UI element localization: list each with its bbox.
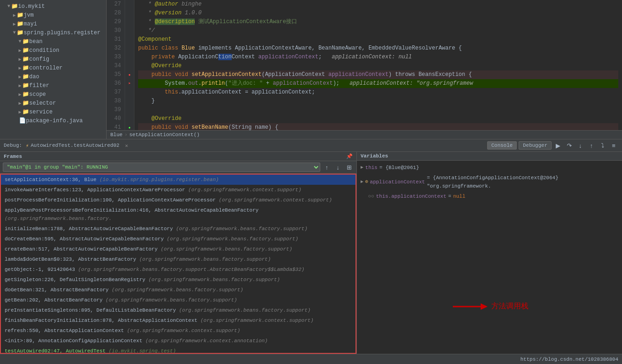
var-name-this-appctx: this.applicationContext [376,192,446,201]
folder-icon: 📁 [22,38,29,45]
frame-item-1[interactable]: invokeAwareInterfaces:123, ApplicationCo… [1,185,355,195]
frame-item-9[interactable]: getSingleton:226, DefaultSingletonBeanRe… [1,275,355,285]
thread-selector[interactable]: "main"@1 in group "main": RUNNING [3,163,320,172]
frame-item-0[interactable]: setApplicationContext:36, Blue (io.mykit… [1,175,355,185]
sidebar-item-scope[interactable]: ▶ 📁 scope [0,90,106,99]
sidebar-item-selector[interactable]: ▶ 📁 selector [0,99,106,107]
frame-method-4: initializeBean:1788, AbstractAutowireCap… [5,226,176,232]
frame-class-11: (org.springframework.beans.factory.suppo… [106,297,237,303]
code-line-36: System.out.println("进入doc: " + applicati… [138,79,618,88]
frame-item-8[interactable]: getObject:-1, 921420643 (org.springframe… [1,264,355,275]
code-line-33: private ApplicationCtionContext applicat… [138,53,618,62]
frame-item-14[interactable]: refresh:550, AbstractApplicationContext … [1,326,355,336]
code-line-39 [138,106,618,114]
circle-icon: ○○ [368,192,374,201]
sidebar-item-condition[interactable]: ▶ 📁 condition [0,46,106,55]
folder-label: dao [29,74,39,80]
var-item-this[interactable]: ▶ this = {Blue@2061} [359,163,620,173]
debugger-tab[interactable]: Debugger [519,141,552,150]
collapse-arrow-icon: ▶ [19,92,21,97]
folder-icon: 📁 [17,29,24,36]
sidebar-item-service[interactable]: ▶ 📁 service [0,107,106,116]
frame-item-3[interactable]: applyBeanPostProcessorsBeforeInitializat… [1,205,355,224]
sidebar-item-mayi[interactable]: ▶ 📁 mayi [0,19,106,28]
frame-method-12: preInstantiateSingletons:895, DefaultLis… [5,308,179,313]
folder-icon: 📁 [22,56,29,63]
sidebar-item-config[interactable]: ▶ 📁 config [0,55,106,63]
resume-button[interactable]: ▶ [553,141,563,150]
frames-title: Frames [4,154,22,159]
svg-marker-1 [481,303,488,310]
frame-class-6: (org.springframework.beans.factory.suppo… [161,246,292,252]
code-editor[interactable]: * @author binghe * @version 1.0.0 * @des… [134,0,622,130]
frame-method-5: doCreateBean:595, AbstractAutowireCapabl… [5,236,167,242]
breadcrumb-separator: › [124,132,127,138]
frame-item-11[interactable]: getBean:202, AbstractBeanFactory (org.sp… [1,295,355,305]
collapse-arrow-icon: ▶ [19,83,21,88]
frame-item-12[interactable]: preInstantiateSingletons:895, DefaultLis… [1,305,355,315]
folder-icon: 📁 [22,108,29,115]
breakpoint-icon-green: ● [128,126,131,130]
step-out-button[interactable]: ↑ [587,141,596,150]
filter-frames-button[interactable]: ⊞ [344,163,354,172]
sidebar: ▼ 📁 io.mykit ▶ 📁 jvm ▶ 📁 mayi ▼ 📁 spring… [0,0,107,139]
frames-list: setApplicationContext:36, Blue (io.mykit… [0,174,356,354]
folder-label: service [29,109,52,115]
frame-item-2[interactable]: postProcessBeforeInitialization:100, App… [1,195,355,205]
run-config-icon: ⚡ [26,143,29,149]
frame-class-1: (org.springframework.context.support) [188,187,301,193]
evaluate-button[interactable]: ≡ [609,141,618,150]
editor-content: 27 28 29 30 31 32 33 34 35 36 37 38 39 4… [107,0,622,130]
frame-method-2: postProcessBeforeInitialization:100, App… [5,197,219,203]
code-line-31: @Component [138,35,618,44]
folder-icon: 📁 [22,82,29,89]
folder-label: mayi [24,21,37,27]
sidebar-item-controller[interactable]: ▶ 📁 controller [0,63,106,72]
step-over-button[interactable]: ↷ [565,141,574,150]
frame-class-9: (org.springframework.beans.factory.suppo… [148,277,280,282]
sidebar-item-io-mykit[interactable]: ▼ 📁 io.mykit [0,2,106,11]
frame-item-16[interactable]: testAutowired02:47, AutowiredTest (io.my… [1,346,355,354]
sidebar-item-bean[interactable]: ▼ 📁 bean [0,37,106,46]
code-line-32: public class Blue implements Application… [138,44,618,53]
frame-method-16: testAutowired02:47, AutowiredTest [5,348,108,354]
folder-icon: 📁 [22,100,29,107]
folder-label: config [29,56,49,63]
code-line-41: public void setBeanName(String name) { [138,123,618,130]
frame-item-15[interactable]: <init>:89, AnnotationConfigApplicationCo… [1,336,355,346]
frame-item-10[interactable]: doGetBean:321, AbstractBeanFactory (org.… [1,285,355,295]
folder-label: filter [29,82,49,89]
frame-item-4[interactable]: initializeBean:1788, AbstractAutowireCap… [1,224,355,234]
sidebar-item-jvm[interactable]: ▶ 📁 jvm [0,11,106,19]
collapse-arrow-icon: ▶ [19,48,21,53]
file-label: package-info.java [26,118,83,124]
run-to-cursor-button[interactable]: ⤵ [598,141,607,150]
code-line-30: */ [138,26,618,35]
folder-label: controller [29,65,63,71]
sidebar-item-filter[interactable]: ▶ 📁 filter [0,81,106,90]
console-tab[interactable]: Console [487,141,517,150]
frame-item-5[interactable]: doCreateBean:595, AbstractAutowireCapabl… [1,234,355,244]
frame-item-6[interactable]: createBean:517, AbstractAutowireCapableB… [1,244,355,254]
frame-class-0: (io.mykit.spring.plugins.register.bean) [100,177,219,182]
var-item-this-appctx[interactable]: ○○ this.applicationContext = null [359,191,620,201]
folder-label: io.mykit [18,3,45,10]
frame-item-7[interactable]: lambda$doGetBean$0:323, AbstractBeanFact… [1,254,355,264]
frame-method-15: <init>:89, AnnotationConfigApplicationCo… [5,338,146,344]
variables-list: ▶ this = {Blue@2061} ▶ ⊙ applicationCont… [357,161,622,259]
step-into-button[interactable]: ↓ [576,141,585,150]
close-tab-icon: ✕ [125,143,128,149]
frame-down-button[interactable]: ↓ [333,163,343,172]
sidebar-item-spring-plugins-register[interactable]: ▼ 📁 spring.plugins.register [0,28,106,37]
sidebar-item-dao[interactable]: ▶ 📁 dao [0,72,106,81]
frames-panel-header: Frames 📌 [0,152,356,161]
sidebar-item-package-info[interactable]: 📄 package-info.java [0,116,106,125]
frame-method-14: refresh:550, AbstractApplicationContext [5,328,127,333]
frame-class-8: (org.springframework.beans.factory.suppo… [78,267,304,272]
var-item-applicationcontext[interactable]: ▶ ⊙ applicationContext = {AnnotationConf… [359,173,620,191]
frame-up-button[interactable]: ↑ [322,163,331,172]
code-line-40: @Override [138,114,618,123]
frame-item-13[interactable]: finishBeanFactoryInitialization:878, Abs… [1,315,355,326]
code-line-35: public void setApplicationContext(Applic… [138,70,618,79]
frame-class-15: (org.springframework.context.annotation) [146,338,268,344]
